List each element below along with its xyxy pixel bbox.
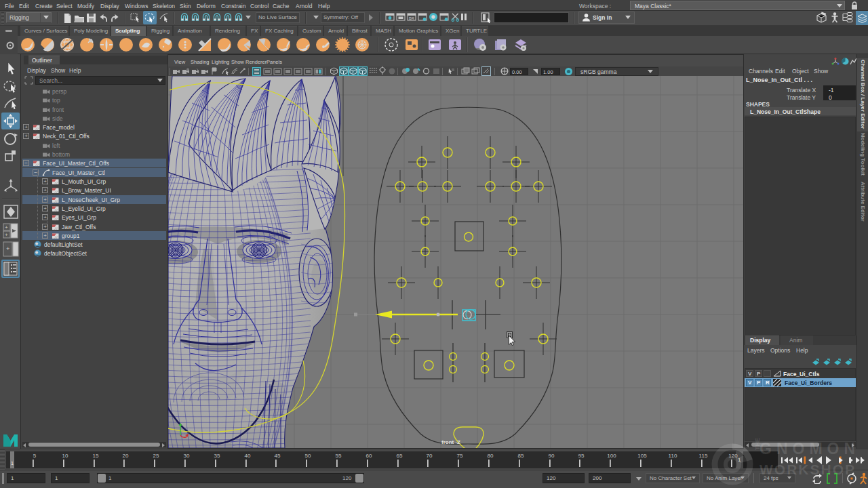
svg-text:20: 20 (123, 453, 129, 459)
svg-text:105: 105 (637, 453, 647, 459)
svg-text:90: 90 (549, 453, 555, 459)
svg-text:95: 95 (578, 453, 585, 459)
svg-text:BR: BR (409, 16, 414, 20)
svg-text:30: 30 (184, 453, 190, 459)
svg-text:+: + (5, 232, 8, 238)
svg-text:40: 40 (245, 453, 251, 459)
svg-text:75: 75 (457, 453, 463, 459)
svg-text:15: 15 (93, 453, 99, 459)
svg-text:+: + (6, 245, 9, 252)
svg-text:50: 50 (305, 453, 311, 459)
svg-text:85: 85 (518, 453, 524, 459)
svg-text:35: 35 (214, 453, 220, 459)
svg-text:+: + (5, 224, 8, 230)
svg-text:100: 100 (607, 453, 616, 459)
svg-text:110: 110 (669, 453, 677, 459)
svg-text:65: 65 (397, 453, 403, 459)
svg-text:70: 70 (427, 453, 433, 459)
svg-text:25: 25 (153, 453, 159, 459)
svg-text:120: 120 (728, 453, 738, 459)
svg-text:115: 115 (699, 453, 708, 459)
svg-text:55: 55 (336, 453, 342, 459)
svg-text:45: 45 (275, 453, 281, 459)
svg-text:10: 10 (62, 453, 68, 459)
svg-text:5: 5 (33, 453, 37, 459)
svg-text:60: 60 (366, 453, 372, 459)
svg-text:front -Z: front -Z (441, 439, 460, 445)
svg-text:80: 80 (488, 453, 494, 459)
